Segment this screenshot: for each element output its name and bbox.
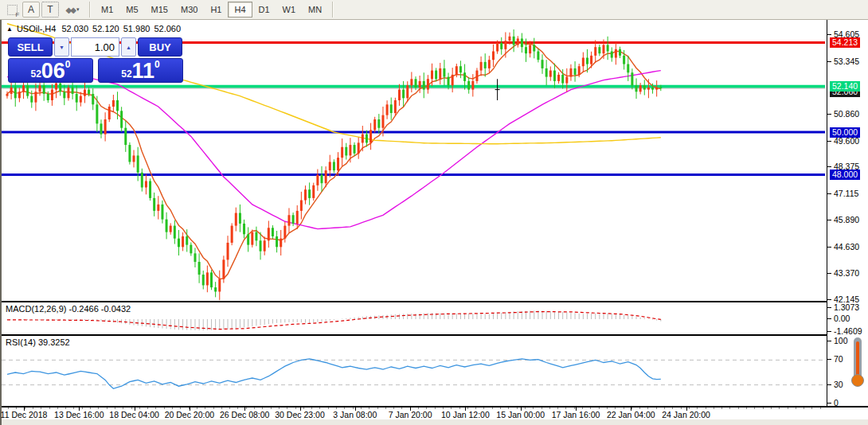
time-minor-tick <box>714 407 714 409</box>
time-minor-tick <box>820 407 821 409</box>
time-minor-tick <box>500 407 501 409</box>
time-minor-tick <box>139 407 140 409</box>
price-tick-label: 47.115 <box>834 189 858 198</box>
time-tick-label: 7 Jan 20:00 <box>389 410 432 419</box>
price-tick-mark <box>827 359 831 360</box>
timeframe-m30[interactable]: M30 <box>174 2 204 18</box>
timeframe-m15[interactable]: M15 <box>145 2 174 18</box>
time-minor-tick <box>361 407 362 409</box>
time-tick-label: 18 Dec 04:00 <box>109 410 158 419</box>
time-minor-tick <box>353 407 354 409</box>
time-minor-tick <box>123 407 123 409</box>
price-tick-mark <box>827 34 831 35</box>
time-minor-tick <box>65 407 66 409</box>
volume-input[interactable] <box>71 37 119 57</box>
price-tick-label: 100 <box>834 337 848 345</box>
price-line-label: 50.000 <box>830 127 860 138</box>
macd-label: MACD(12,26,9) -0.2466 -0.0432 <box>6 304 131 314</box>
price-line-label: 48.000 <box>830 170 860 180</box>
timeframe-group: M1M5M15M30H1H4D1W1MN <box>95 2 328 18</box>
quote-low: 51.980 <box>123 24 151 33</box>
time-minor-tick <box>57 407 58 409</box>
time-minor-tick <box>98 407 99 409</box>
letter-t-button[interactable]: T <box>41 2 59 18</box>
time-minor-tick <box>73 407 74 409</box>
time-minor-tick <box>590 407 591 409</box>
time-minor-tick <box>492 407 493 409</box>
collapse-triangle-icon[interactable]: ▲ <box>6 25 13 33</box>
letter-a-button[interactable]: A <box>22 2 40 18</box>
macd-indicator-pane[interactable]: MACD(12,26,9) -0.2466 -0.0432 <box>2 301 827 334</box>
price-tick-label: 0.00 <box>834 314 850 323</box>
time-tick-label: 17 Jan 16:00 <box>552 410 600 419</box>
price-tick-mark <box>827 193 831 194</box>
time-minor-tick <box>443 407 444 409</box>
triangle-down-icon: ▼ <box>59 45 65 50</box>
time-minor-tick <box>401 407 402 409</box>
price-tick-mark <box>827 61 831 62</box>
time-minor-tick <box>706 407 706 409</box>
time-minor-tick <box>41 407 41 409</box>
letter-t-glyph: T <box>47 4 53 15</box>
time-minor-tick <box>147 407 148 409</box>
time-minor-tick <box>681 407 682 409</box>
sell-button[interactable]: SELL <box>8 37 53 57</box>
timeframe-m5[interactable]: M5 <box>119 2 144 18</box>
time-tick-label: 20 Dec 20:00 <box>165 410 214 419</box>
chart-grid-icon[interactable] <box>3 2 21 18</box>
timeframe-mn[interactable]: MN <box>302 2 328 18</box>
time-minor-tick <box>16 407 17 409</box>
time-minor-tick <box>90 407 91 409</box>
timeframe-w1[interactable]: W1 <box>276 2 303 18</box>
time-minor-tick <box>377 407 378 409</box>
time-minor-tick <box>180 407 181 409</box>
time-minor-tick <box>271 407 272 409</box>
price-tick-mark <box>827 403 831 404</box>
palette-icon: ◆◆ <box>66 6 75 14</box>
buy-price-display[interactable]: 52 11 0 <box>98 58 183 83</box>
buy-button[interactable]: BUY <box>138 37 182 57</box>
price-tick-mark <box>827 247 831 248</box>
time-tick-label: 13 Dec 16:00 <box>54 410 104 419</box>
chart-title: ▲ USOil-,H4 52.030 52.120 51.980 52.060 <box>6 24 181 33</box>
price-tick-label: 49.600 <box>834 137 859 146</box>
time-minor-tick <box>229 407 230 409</box>
rsi-canvas[interactable] <box>2 336 827 407</box>
time-minor-tick <box>246 407 247 409</box>
time-minor-tick <box>582 407 583 409</box>
rsi-indicator-pane[interactable]: RSI(14) 39.3252 <box>2 334 827 406</box>
time-minor-tick <box>533 407 534 409</box>
timeframe-m1[interactable]: M1 <box>95 2 119 18</box>
thermometer-widget[interactable] <box>848 337 867 392</box>
price-tick-mark <box>827 273 831 274</box>
sell-price-point: 0 <box>65 60 71 69</box>
time-minor-tick <box>221 407 222 409</box>
sell-price-display[interactable]: 52 06 0 <box>8 58 93 83</box>
main-chart-pane[interactable]: ▲ USOil-,H4 52.030 52.120 51.980 52.060 … <box>2 21 827 301</box>
price-tick-label: 70 <box>834 355 843 364</box>
time-minor-tick <box>542 407 542 409</box>
time-minor-tick <box>213 407 214 409</box>
price-tick-label: 1.3073 <box>834 303 859 312</box>
timeframe-d1[interactable]: D1 <box>252 2 276 18</box>
timeframe-h1[interactable]: H1 <box>204 2 228 18</box>
volume-decrease-button[interactable]: ▼ <box>54 37 69 57</box>
buy-price-pips: 11 <box>132 62 155 80</box>
time-minor-tick <box>254 407 255 409</box>
timeframe-h4[interactable]: H4 <box>228 2 252 18</box>
volume-increase-button[interactable]: ▲ <box>121 37 136 57</box>
price-tick-mark <box>827 307 831 308</box>
time-minor-tick <box>197 407 197 409</box>
price-tick-mark <box>827 114 831 115</box>
time-tick-label: 30 Dec 23:00 <box>275 410 324 419</box>
palette-dropdown-button[interactable]: ◆◆▾ <box>61 2 84 18</box>
price-tick-mark <box>827 141 831 142</box>
time-minor-tick <box>557 407 558 409</box>
time-minor-tick <box>788 407 788 409</box>
time-tick-label: 22 Jan 04:00 <box>607 410 655 419</box>
time-minor-tick <box>82 407 83 409</box>
chart-toolbar: A T ◆◆▾ M1M5M15M30H1H4D1W1MN <box>0 0 868 20</box>
time-axis[interactable]: 11 Dec 201813 Dec 16:0018 Dec 04:0020 De… <box>2 406 868 419</box>
grid-f-glyph <box>7 5 18 15</box>
time-minor-tick <box>624 407 624 409</box>
